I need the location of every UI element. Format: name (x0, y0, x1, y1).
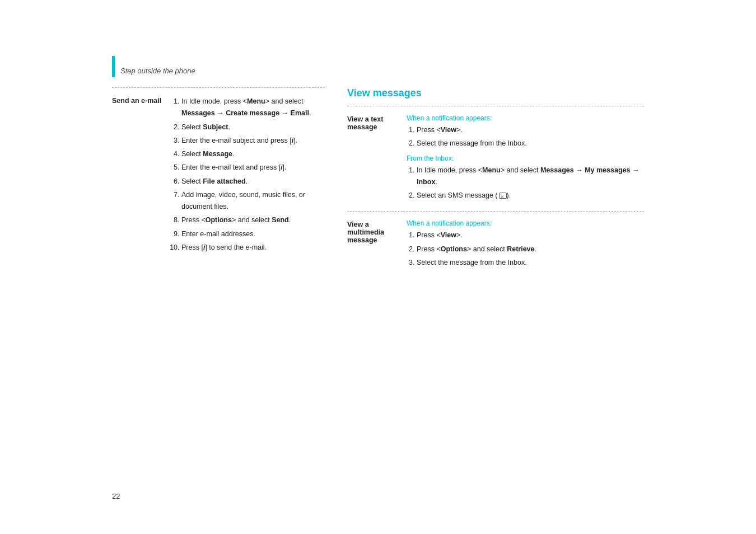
step-9: Enter e-mail addresses. (181, 228, 325, 240)
dashed-divider-right-top (347, 106, 644, 106)
send-email-label: Send an e-mail (112, 96, 162, 255)
from-inbox-steps: In Idle mode, press <Menu> and select Me… (407, 165, 644, 202)
inbox-step-1: In Idle mode, press <Menu> and select Me… (417, 165, 644, 189)
left-column: Send an e-mail In Idle mode, press <Menu… (112, 87, 325, 263)
dashed-divider-left (112, 87, 325, 88)
view-multimedia-label: View a multimedia message (347, 219, 398, 270)
view-text-step-1: Press <View>. (417, 124, 644, 136)
send-email-steps: In Idle mode, press <Menu> and select Me… (171, 96, 325, 254)
send-email-content: In Idle mode, press <Menu> and select Me… (171, 96, 325, 255)
right-column: View messages View a text message When a… (347, 87, 644, 278)
step-6: Select File attached. (181, 176, 325, 188)
two-col-layout: Send an e-mail In Idle mode, press <Menu… (112, 87, 644, 278)
page-container: Step outside the phone Send an e-mail In… (0, 0, 756, 534)
view-multimedia-section: View a multimedia message When a notific… (347, 219, 644, 270)
view-text-label: View a text message (347, 114, 398, 203)
section-subtitle: Step outside the phone (120, 67, 195, 77)
multimedia-step-3: Select the message from the Inbox. (417, 257, 644, 269)
dashed-divider-right-mid (347, 211, 644, 212)
view-text-content: When a notification appears: Press <View… (407, 114, 644, 203)
view-text-message-section: View a text message When a notification … (347, 114, 644, 203)
send-email-section: Send an e-mail In Idle mode, press <Menu… (112, 96, 325, 255)
sms-icon (499, 193, 507, 199)
step-1: In Idle mode, press <Menu> and select Me… (181, 96, 325, 120)
inbox-step-2: Select an SMS message (). (417, 190, 644, 202)
page-number: 22 (112, 492, 120, 500)
step-2: Select Subject. (181, 121, 325, 133)
view-multimedia-steps: Press <View>. Press <Options> and select… (407, 229, 644, 269)
step-3: Enter the e-mail subject and press [i]. (181, 135, 325, 147)
step-10: Press [i] to send the e-mail. (181, 242, 325, 254)
multimedia-step-1: Press <View>. (417, 229, 644, 241)
step-8: Press <Options> and select Send. (181, 214, 325, 226)
step-4: Select Message. (181, 148, 325, 160)
view-text-step-2: Select the message from the Inbox. (417, 138, 644, 149)
blue-accent-bar (112, 56, 115, 77)
view-messages-title: View messages (347, 87, 644, 99)
step-5: Enter the e-mail text and press [i]. (181, 162, 325, 174)
step-7: Add image, video, sound, music files, or… (181, 189, 325, 213)
multimedia-step-2: Press <Options> and select Retrieve. (417, 243, 644, 255)
section-header-bar: Step outside the phone (112, 56, 644, 77)
view-multimedia-content: When a notification appears: Press <View… (407, 219, 644, 270)
from-inbox-label: From the Inbox: (407, 154, 644, 162)
view-text-steps: Press <View>. Select the message from th… (407, 124, 644, 150)
content-area: Step outside the phone Send an e-mail In… (112, 56, 644, 278)
notif-label-text: When a notification appears: (407, 114, 644, 122)
notif-label-multimedia: When a notification appears: (407, 219, 644, 227)
